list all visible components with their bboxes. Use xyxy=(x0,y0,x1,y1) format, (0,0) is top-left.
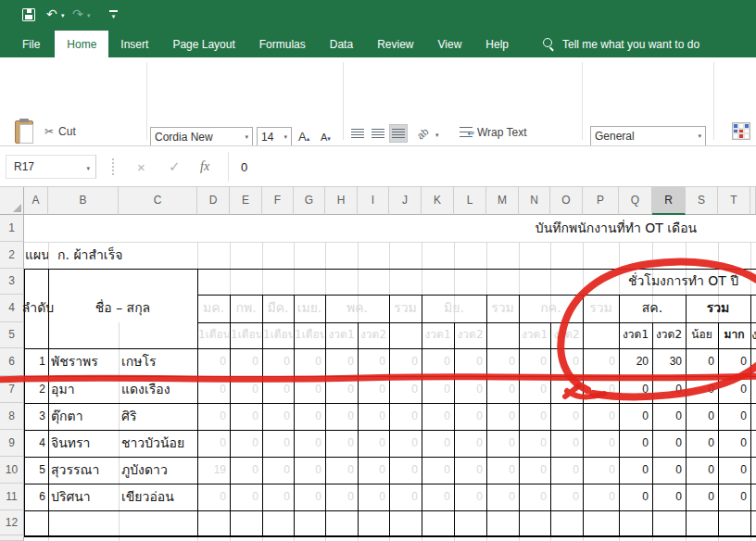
cell-I11[interactable]: 0 xyxy=(359,484,385,510)
cell-E11[interactable]: 0 xyxy=(231,484,258,510)
row-header-7[interactable]: 7 xyxy=(0,376,24,403)
cell-name-header[interactable]: ชื่อ – สกุล xyxy=(48,295,197,322)
column-header-B[interactable]: B xyxy=(48,187,119,215)
column-header-O[interactable]: O xyxy=(550,187,583,215)
cell-S8[interactable]: 0 xyxy=(687,403,714,430)
cell-A6[interactable]: 1 xyxy=(24,348,45,376)
cell-month-K4[interactable]: มิย. xyxy=(422,295,485,322)
cell-K7[interactable]: 0 xyxy=(422,376,450,403)
cell-sub-G5[interactable]: 1เดือน xyxy=(295,322,324,348)
cell-K11[interactable]: 0 xyxy=(422,484,450,510)
column-header-F[interactable]: F xyxy=(262,187,294,215)
cell-Q6[interactable]: 20 xyxy=(620,348,649,376)
cell-C11[interactable]: เขียวอ่อน xyxy=(121,484,195,510)
row-header-1[interactable]: 1 xyxy=(0,215,24,242)
cell-month-E4[interactable]: กพ. xyxy=(231,295,261,322)
cell-month-F4[interactable]: มีค. xyxy=(263,295,293,322)
cell-P7[interactable]: 0 xyxy=(584,376,615,403)
column-header-T[interactable]: T xyxy=(718,187,750,215)
cell-C9[interactable]: ชาวบัวน้อย xyxy=(121,430,195,457)
column-header-I[interactable]: I xyxy=(358,187,389,215)
cell-I10[interactable]: 0 xyxy=(359,457,385,484)
column-header-R[interactable]: R xyxy=(652,187,686,215)
cell-L8[interactable]: 0 xyxy=(455,403,483,430)
cell-sub-I5[interactable]: งวด2 xyxy=(359,322,388,348)
column-header-G[interactable]: G xyxy=(294,187,325,215)
cell-J7[interactable]: 0 xyxy=(390,376,418,403)
cell-F9[interactable]: 0 xyxy=(263,430,290,457)
cell-E10[interactable]: 0 xyxy=(231,457,258,484)
cell-month-N4[interactable]: กค. xyxy=(520,295,582,322)
cell-R9[interactable]: 0 xyxy=(653,430,682,457)
column-header-E[interactable]: E xyxy=(230,187,262,215)
cell-J11[interactable]: 0 xyxy=(390,484,418,510)
cell-Q7[interactable]: 0 xyxy=(620,376,649,403)
column-header-K[interactable]: K xyxy=(422,187,454,215)
cell-I7[interactable]: 0 xyxy=(359,376,385,403)
cell-sub-S5[interactable]: น้อย xyxy=(687,322,717,348)
cell-J9[interactable]: 0 xyxy=(390,430,418,457)
column-header-D[interactable]: D xyxy=(197,187,230,215)
cell-F6[interactable]: 0 xyxy=(263,348,290,376)
cell-sub-O5[interactable]: งวด2 xyxy=(551,322,582,348)
cell-sub-L5[interactable]: งวด2 xyxy=(455,322,485,348)
cell-M10[interactable]: 0 xyxy=(487,457,515,484)
cell-sub-F5[interactable]: 1เดือน xyxy=(263,322,293,348)
cell-month-H4[interactable]: พค. xyxy=(326,295,388,322)
cell-F10[interactable]: 0 xyxy=(263,457,290,484)
row-header-12[interactable]: 12 xyxy=(0,510,24,535)
cell-sub-T5[interactable]: มาก xyxy=(719,322,750,348)
cell-N10[interactable]: 0 xyxy=(520,457,547,484)
cell-C8[interactable]: ศิริ xyxy=(121,403,195,430)
column-header-A[interactable]: A xyxy=(24,187,48,215)
cell-G8[interactable]: 0 xyxy=(295,403,321,430)
cell-S6[interactable]: 0 xyxy=(687,348,714,376)
cell-month-D4[interactable]: มค. xyxy=(198,295,229,322)
cell-G7[interactable]: 0 xyxy=(295,376,321,403)
cell-B10[interactable]: สุวรรณา xyxy=(51,457,118,484)
cell-month-J4[interactable]: รวม xyxy=(390,295,421,322)
column-header-M[interactable]: M xyxy=(486,187,519,215)
cell-sub-D5[interactable]: 1เดือน xyxy=(198,322,229,348)
cell-S10[interactable]: 0 xyxy=(687,457,714,484)
cell-T9[interactable]: 0 xyxy=(719,430,747,457)
cell-O6[interactable]: 0 xyxy=(551,348,579,376)
cell-O7[interactable]: 0 xyxy=(551,376,579,403)
cell-Q9[interactable]: 0 xyxy=(620,430,649,457)
cell-N11[interactable]: 0 xyxy=(520,484,547,510)
cell-D6[interactable]: 0 xyxy=(198,348,226,376)
column-header-L[interactable]: L xyxy=(454,187,486,215)
cell-O10[interactable]: 0 xyxy=(551,457,579,484)
cell-C10[interactable]: ภูบังดาว xyxy=(121,457,195,484)
cell-A9[interactable]: 4 xyxy=(24,430,45,457)
cell-N8[interactable]: 0 xyxy=(520,403,547,430)
cell-month-Q4[interactable]: สค. xyxy=(620,295,685,322)
cell-H7[interactable]: 0 xyxy=(326,376,354,403)
cell-J10[interactable]: 0 xyxy=(390,457,418,484)
cell-H6[interactable]: 0 xyxy=(326,348,354,376)
cell-I9[interactable]: 0 xyxy=(359,430,385,457)
row-header-partial[interactable] xyxy=(0,535,24,541)
column-header-N[interactable]: N xyxy=(519,187,550,215)
cell-L11[interactable]: 0 xyxy=(455,484,483,510)
cell-B9[interactable]: จินทรา xyxy=(51,430,118,457)
cell-T6[interactable]: 0 xyxy=(719,348,747,376)
row-header-10[interactable]: 10 xyxy=(0,457,24,484)
cell-D8[interactable]: 0 xyxy=(198,403,226,430)
cell-D11[interactable]: 0 xyxy=(198,484,226,510)
cell-M9[interactable]: 0 xyxy=(487,430,515,457)
cell-K10[interactable]: 0 xyxy=(422,457,450,484)
column-header-partial[interactable] xyxy=(750,187,756,215)
cell-S9[interactable]: 0 xyxy=(687,430,714,457)
cell-P9[interactable]: 0 xyxy=(584,430,615,457)
worksheet[interactable]: ABCDEFGHIJKLMNOPQRST123456789101112บันทึ… xyxy=(0,0,756,541)
cell-month-G4[interactable]: เมย. xyxy=(295,295,324,322)
cell-month-S4[interactable]: รวม xyxy=(687,295,750,322)
cell-B11[interactable]: ปริศนา xyxy=(51,484,118,510)
cell-F7[interactable]: 0 xyxy=(263,376,290,403)
cell-R7[interactable]: 0 xyxy=(653,376,682,403)
cell-H10[interactable]: 0 xyxy=(326,457,354,484)
column-header-S[interactable]: S xyxy=(686,187,718,215)
cell-O11[interactable]: 0 xyxy=(551,484,579,510)
cell-J8[interactable]: 0 xyxy=(390,403,418,430)
